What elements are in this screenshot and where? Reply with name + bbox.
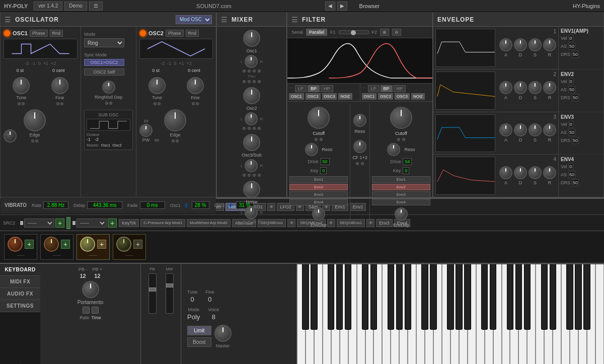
mixer-pan-mod3[interactable] [253,80,256,83]
f1-env1-btn[interactable]: Env1 [289,176,348,183]
mixer-osc2-level-knob[interactable] [243,87,260,104]
cp-arp-btn[interactable]: C-Pressure Arp Mod1 [140,219,185,227]
mixer-osc1-mod2[interactable] [248,69,251,72]
black-key-1-1[interactable] [370,264,377,330]
osc2-edge-mod1[interactable] [172,139,175,142]
filter-add-btn[interactable]: ⊕ [380,29,389,36]
vibrato-osc1-led[interactable] [186,203,187,207]
black-key-3-2[interactable] [507,264,513,330]
osc1-fine-mod1[interactable] [56,102,59,105]
mixer-osc2-pan-knob[interactable] [245,112,258,125]
env3-d-knob[interactable] [514,123,527,136]
f2-hp-btn[interactable]: HP [394,85,406,92]
mixer-noise-mod2[interactable] [248,221,251,224]
mixer-noise-mod4[interactable] [258,221,261,224]
f2-cutoff-knob[interactable] [390,107,412,129]
black-key-0-4[interactable] [345,264,351,330]
osc2-fine-knob[interactable] [187,77,204,94]
env1-vel-val[interactable]: 0 [569,35,573,42]
f1-cutoff-mod1[interactable] [315,138,318,141]
demo-btn[interactable]: Demo [64,2,87,11]
mixer-noise-level-knob[interactable] [243,181,260,198]
f1-osc3-btn[interactable]: OSC3 [322,93,337,100]
src2-slider[interactable] [66,217,70,229]
src2-select[interactable]: —— [24,219,54,228]
ringmod-mod2[interactable] [109,102,112,105]
env1-d-knob[interactable] [514,38,527,51]
nav-back-btn[interactable]: ◀ [325,2,335,11]
env4-r-knob[interactable] [543,166,556,179]
f2-envdep-knob[interactable] [395,207,408,221]
f1-reso-knob[interactable] [305,143,318,156]
black-key-2-2[interactable] [447,264,454,330]
f2-osc1-btn[interactable]: OSC1 [362,93,377,100]
connect-knob-2[interactable] [44,237,59,252]
filter-remove-btn[interactable]: ⊖ [392,29,401,36]
black-key-4-2[interactable] [566,264,573,330]
osc1-edge-knob-small[interactable] [4,129,17,142]
osc2-tune-mod1[interactable] [154,102,157,105]
black-key-4-3[interactable] [575,264,581,330]
f2-env3-btn[interactable]: Env3 [372,191,430,198]
connect-knob-1[interactable] [8,237,23,252]
f1-drive-val[interactable]: 50 [321,158,330,165]
f2-reso-knob[interactable] [387,143,400,156]
osc2-pw-knob[interactable] [139,124,153,137]
env3-drs-val[interactable]: 50 [572,137,579,144]
black-key-3-3[interactable] [515,264,522,330]
env4-drs-val[interactable]: 50 [572,179,579,186]
mixer-osc1-mod4[interactable] [258,69,261,72]
vibrato-fade-val[interactable]: 0 ms [140,201,165,209]
osc1-edge-knob[interactable] [24,109,46,131]
settings-nav-btn[interactable]: SETTINGS [0,300,40,312]
osc1-rnd-btn[interactable]: Rnd [50,30,63,37]
mixer-osc2-mod3[interactable] [253,127,256,130]
osc2-edge-mod2[interactable] [176,139,179,142]
master-knob[interactable] [214,325,232,342]
f2-env4-btn[interactable]: Env4 [372,199,430,205]
black-key-1-4[interactable] [405,264,411,330]
connect-add-4[interactable]: + [133,240,142,249]
osc1-fine-mod2[interactable] [60,102,63,105]
vibrato-rate-val[interactable]: 2.88 Hz [43,201,68,209]
env1-a-knob[interactable] [499,38,512,51]
filter-menu-icon[interactable]: ☰ [291,16,298,24]
connect-knob-4[interactable] [116,237,131,252]
audio-fx-nav-btn[interactable]: AUDIO FX [0,288,40,300]
connect-add-1[interactable]: + [25,240,34,249]
f1-lp-btn[interactable]: LP [295,85,307,92]
black-key-1-0[interactable] [362,264,368,330]
f2-noiz-btn[interactable]: NOIZ [411,93,425,100]
mod-osc-select[interactable]: Mod OSC [176,15,212,24]
mixer-osc1-mod3[interactable] [253,69,256,72]
mixer-noise-mod1[interactable] [243,221,246,224]
osc1-tune-mod1[interactable] [18,102,21,105]
f1-hp-btn[interactable]: HP [321,85,333,92]
f1-cutoff-mod2[interactable] [320,138,323,141]
env3-r-knob[interactable] [543,123,556,136]
boost-btn[interactable]: Boost [187,337,211,347]
env4-s-knob[interactable] [528,166,542,179]
env2-s-knob[interactable] [528,81,542,94]
f1-cutoff-knob[interactable] [308,107,330,129]
mixer-noise-mod3[interactable] [253,221,256,224]
mixer-osc2-mod2[interactable] [248,127,251,130]
src2-dest-select[interactable]: —— [77,219,107,228]
mixer-noise-pan-knob[interactable] [245,206,258,219]
mixer-osc3-mod1[interactable] [243,174,246,177]
filter-cf-knob[interactable] [353,140,366,153]
portamento-btn1[interactable] [83,307,90,314]
osc2-edge-knob[interactable] [164,109,186,131]
env2-as-val[interactable]: 50 [568,86,575,93]
env3-s-knob[interactable] [528,123,542,136]
osc2-tune-mod2[interactable] [158,102,161,105]
filter-cf-mod2[interactable] [361,162,364,165]
black-key-2-0[interactable] [421,264,428,330]
black-key-1-2[interactable] [388,264,394,330]
portamento-knob[interactable] [82,281,99,298]
env1-drs-val[interactable]: 50 [572,51,579,58]
osc1-phase-btn[interactable]: Phase [30,30,48,37]
f2-osc3-btn[interactable]: OSC3 [395,93,410,100]
env2-drs-val[interactable]: 50 [572,94,579,101]
black-key-4-1[interactable] [550,264,556,330]
